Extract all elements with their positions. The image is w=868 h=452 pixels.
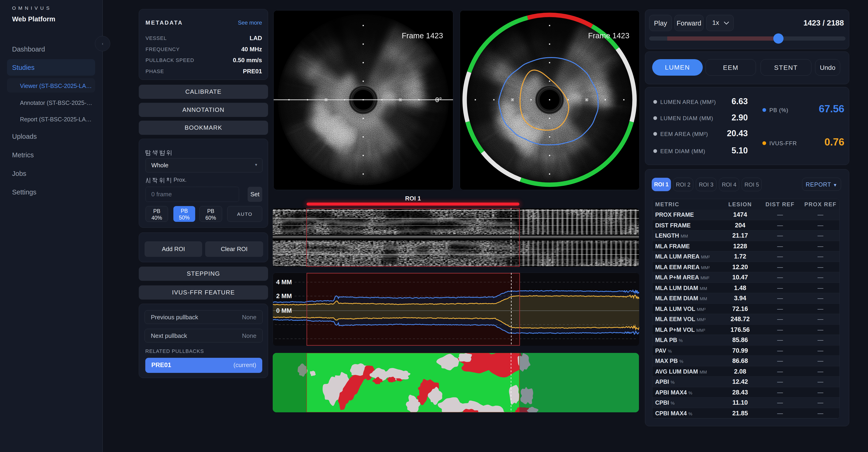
svg-text:0°: 0° bbox=[435, 96, 442, 103]
svg-text:Frame 1423: Frame 1423 bbox=[402, 31, 443, 40]
svg-text:0 MM: 0 MM bbox=[276, 307, 292, 314]
svg-text:2 MM: 2 MM bbox=[276, 293, 292, 299]
svg-text:4 MM: 4 MM bbox=[276, 279, 292, 286]
svg-text:Frame 1423: Frame 1423 bbox=[588, 31, 629, 40]
